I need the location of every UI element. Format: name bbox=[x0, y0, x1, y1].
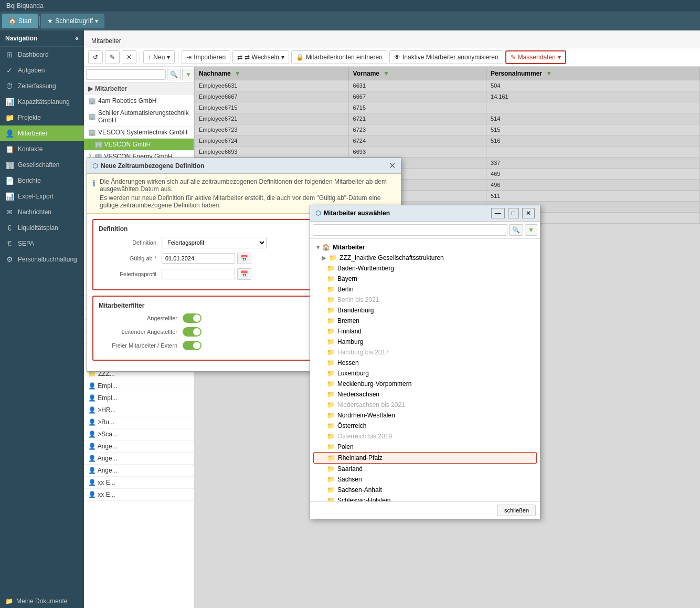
dialog-minimize-button[interactable]: — bbox=[491, 208, 505, 218]
wechseln-button[interactable]: ⇄ ⇄ Wechseln ▾ bbox=[232, 50, 289, 64]
feiertag-picker-button[interactable]: 📅 bbox=[237, 268, 251, 280]
list-item[interactable]: 🏢 Schiller Automatisierungstechnik GmbH bbox=[84, 107, 194, 127]
sidebar-item-zeiterfassung[interactable]: ⏱ Zeiterfassung bbox=[0, 78, 84, 94]
massendaten-chevron-icon: ▾ bbox=[558, 54, 561, 61]
freier-toggle[interactable] bbox=[183, 341, 201, 350]
dt-item-hb[interactable]: 📁 Bremen bbox=[313, 316, 537, 326]
list-item-vescon-gmbh[interactable]: 1 🏢 VESCON GmbH bbox=[84, 139, 194, 151]
dialog-close-button[interactable]: ✕ bbox=[389, 161, 396, 171]
collapse-icon[interactable]: « bbox=[75, 35, 79, 42]
dt-item-sh[interactable]: 📁 Schleswig-Holstein bbox=[313, 495, 537, 501]
definition-select[interactable]: Feiertagsprofil bbox=[162, 237, 267, 248]
sidebar-item-personal[interactable]: ⚙ Personalbuchhaltung bbox=[0, 251, 84, 267]
list-item[interactable]: 🏢 VESCON Systemtechnik GmbH bbox=[84, 127, 194, 139]
list-item[interactable]: 👤 Empl... bbox=[84, 392, 194, 404]
star-icon: ★ bbox=[47, 17, 53, 25]
dt-item-ni[interactable]: 📁 Niedersachsen bbox=[313, 389, 537, 400]
dialog-tree: ▾ 🏠 Mitarbeiter ▶ 📁 ZZZ_Inaktive Gesells… bbox=[310, 239, 540, 501]
konten-icon: 🔒 bbox=[296, 54, 304, 61]
list-item[interactable]: 👤 Ange... bbox=[84, 465, 194, 477]
list-item[interactable]: 👤 Ange... bbox=[84, 441, 194, 453]
refresh-button[interactable]: ↺ bbox=[88, 50, 103, 64]
capacity-icon: 📊 bbox=[5, 98, 14, 106]
dt-zzz-arrow-icon: ▶ bbox=[322, 254, 326, 261]
dt-item-sn[interactable]: 📁 Sachsen bbox=[313, 474, 537, 485]
dialog-select-close-button[interactable]: ✕ bbox=[522, 208, 535, 218]
dt-folder-icon: 📁 bbox=[327, 380, 335, 387]
dt-item-rp[interactable]: 📁 Rheinland-Pfalz bbox=[313, 452, 537, 464]
sidebar-item-kontakte[interactable]: 📋 Kontakte bbox=[0, 141, 84, 157]
angestellter-label: Angestellter bbox=[99, 315, 183, 321]
dialog-search-input[interactable] bbox=[313, 224, 507, 236]
dt-item-bw[interactable]: 📁 Baden-Württemberg bbox=[313, 263, 537, 274]
nav-start-btn[interactable]: 🏠 Start bbox=[2, 14, 38, 28]
sidebar-item-dashboard[interactable]: ⊞ Dashboard bbox=[0, 47, 84, 62]
toolbar: ↺ ✎ ✕ + Neu ▾ ⇥ Importieren ⇄ ⇄ Wechseln… bbox=[84, 48, 700, 67]
dt-item-sl[interactable]: 📁 Saarland bbox=[313, 464, 537, 474]
dt-item-at[interactable]: 📁 Österreich bbox=[313, 421, 537, 431]
sidebar-item-nachrichten[interactable]: ✉ Nachrichten bbox=[0, 204, 84, 220]
sidebar-item-mitarbeiter[interactable]: 👤 Mitarbeiter bbox=[0, 125, 84, 141]
dialog-maximize-button[interactable]: □ bbox=[508, 208, 519, 218]
anonymisieren-button[interactable]: 👁 Inaktive Mitarbeiter anonymisieren bbox=[389, 50, 503, 64]
angestellter-toggle[interactable] bbox=[183, 313, 201, 323]
dt-item-mv[interactable]: 📁 Mecklenburg-Vorpommern bbox=[313, 379, 537, 389]
konten-button[interactable]: 🔒 Mitarbeiterkonten einfrieren bbox=[291, 50, 387, 64]
sidebar-item-aufgaben[interactable]: ✓ Aufgaben bbox=[0, 62, 84, 78]
calendar-button[interactable]: 📅 bbox=[237, 253, 251, 264]
list-item[interactable]: 👤 xx E... bbox=[84, 489, 194, 501]
app-logo: Bq bbox=[6, 2, 15, 9]
dialog-select-titlebar: ⬡ Mitarbeiter auswählen — □ ✕ bbox=[310, 205, 540, 222]
dt-item-hh[interactable]: 📁 Hamburg bbox=[313, 337, 537, 347]
dt-item-by[interactable]: 📁 Bayern bbox=[313, 274, 537, 284]
list-item[interactable]: 👤 Empl... bbox=[84, 380, 194, 392]
dt-folder-icon: 📁 bbox=[327, 370, 335, 377]
sidebar-item-projekte[interactable]: 📁 Projekte bbox=[0, 110, 84, 125]
edit-button[interactable]: ✎ bbox=[105, 50, 120, 64]
dt-item-nw[interactable]: 📁 Nordrhein-Westfalen bbox=[313, 410, 537, 421]
leitender-toggle[interactable] bbox=[183, 327, 201, 337]
dt-item-berlin[interactable]: 📁 Berlin bbox=[313, 284, 537, 295]
nav-schnellzugriff-btn[interactable]: ★ Schnellzugriff ▾ bbox=[41, 14, 104, 28]
sidebar-item-liquiditaet[interactable]: € Liquiditätsplan bbox=[0, 220, 84, 236]
sidebar-item-gesellschaften[interactable]: 🏢 Gesellschaften bbox=[0, 157, 84, 173]
dt-item-bb[interactable]: 📁 Brandenburg bbox=[313, 305, 537, 316]
sidebar-item-kapazitaet[interactable]: 📊 Kapazitätsplanung bbox=[0, 94, 84, 110]
dt-item-lu[interactable]: 📁 Luxemburg bbox=[313, 368, 537, 379]
new-button[interactable]: + Neu ▾ bbox=[143, 50, 175, 64]
dt-item-root[interactable]: ▾ 🏠 Mitarbeiter bbox=[313, 242, 537, 253]
list-item[interactable]: 🏢 4am Robotics GmbH bbox=[84, 95, 194, 107]
dialog-search-button[interactable]: 🔍 bbox=[509, 224, 523, 236]
reports-icon: 📄 bbox=[5, 176, 14, 185]
close-button[interactable]: schließen bbox=[497, 505, 536, 516]
gueltig-input[interactable] bbox=[162, 253, 235, 264]
contacts-icon: 📋 bbox=[5, 145, 14, 153]
dt-folder-gray-icon: 📁 bbox=[327, 349, 335, 356]
dt-item-fi[interactable]: 📁 Finnland bbox=[313, 326, 537, 337]
wechseln-icon: ⇄ bbox=[237, 54, 242, 61]
list-item[interactable]: 👤 >HR... bbox=[84, 404, 194, 416]
list-item[interactable]: 👤 >Bu... bbox=[84, 416, 194, 428]
delete-button[interactable]: ✕ bbox=[122, 50, 136, 64]
dt-item-pl[interactable]: 📁 Polen bbox=[313, 442, 537, 452]
time-icon: ⏱ bbox=[5, 82, 14, 90]
feiertag-input[interactable] bbox=[162, 269, 235, 279]
list-item[interactable]: 👤 Ange... bbox=[84, 453, 194, 465]
filter-button[interactable]: ▼ bbox=[182, 69, 194, 80]
sidebar-item-berichte[interactable]: 📄 Berichte bbox=[0, 173, 84, 188]
dt-item-zzz[interactable]: ▶ 📁 ZZZ_Inaktive Gesellschaftsstrukturen bbox=[313, 253, 537, 263]
dt-item-st[interactable]: 📁 Sachsen-Anhalt bbox=[313, 485, 537, 495]
sidebar-footer-docs[interactable]: 📁 Meine Dokumente bbox=[0, 594, 84, 608]
dt-folder-gray-icon: 📁 bbox=[327, 296, 335, 303]
freier-label: Freier Mitarbeiter / Extern bbox=[99, 342, 183, 349]
massendaten-button[interactable]: ✎ Massendaten ▾ bbox=[505, 50, 566, 64]
dt-item-he[interactable]: 📁 Hessen bbox=[313, 358, 537, 368]
import-button[interactable]: ⇥ Importieren bbox=[182, 50, 230, 64]
list-item[interactable]: 👤 >Sca... bbox=[84, 428, 194, 441]
dialog-filter-button[interactable]: ▼ bbox=[525, 224, 537, 236]
search-input[interactable] bbox=[86, 69, 166, 80]
search-button[interactable]: 🔍 bbox=[167, 69, 181, 80]
list-item[interactable]: 👤 xx E... bbox=[84, 477, 194, 489]
sidebar-item-excel[interactable]: 📊 Excel-Export bbox=[0, 188, 84, 204]
sidebar-item-sepa[interactable]: € SEPA bbox=[0, 236, 84, 251]
